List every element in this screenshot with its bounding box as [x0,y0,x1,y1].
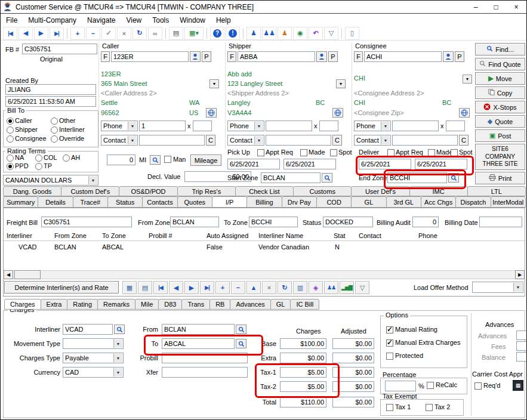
caller-p-button[interactable]: P [202,51,211,62]
find-quote-button[interactable]: Find Quote [475,58,525,70]
tab-gl[interactable]: GL [351,196,386,208]
first-record-icon[interactable]: |◀ [3,27,17,40]
tab-trans[interactable]: Trans [181,299,210,310]
deliver-date2-input[interactable]: 6/25/2021 [415,159,467,169]
tab-ic-bill[interactable]: IC Bill [290,299,319,310]
tax2-adjusted-input[interactable]: $0.00 [332,381,374,392]
remove-record-icon[interactable]: − [86,27,100,40]
tab-gl-lower[interactable]: GL [270,299,291,310]
apply-edits-icon[interactable]: ✓ [101,27,116,40]
tab-ltl[interactable]: LTL [467,186,526,196]
grid-cell-interliner[interactable]: VCAD [19,243,37,251]
tab-ip[interactable]: I/P [212,196,247,208]
menu-window[interactable]: Window [174,16,211,24]
billing-audit-input[interactable]: 0 [412,217,439,227]
caller-person-icon[interactable] [190,51,201,62]
menu-tools[interactable]: Tools [147,16,174,24]
charges-to-input[interactable]: ABCAL [162,338,235,349]
menu-help[interactable]: Help [211,16,236,24]
menu-multi-company[interactable]: Multi-Company [23,16,82,24]
tab-osd-pod[interactable]: OS&D/POD [119,186,177,196]
grid-move-up-icon[interactable]: ▲ [246,281,261,294]
tab-quotes[interactable]: Quotes [177,196,212,208]
menu-view[interactable]: View [121,16,147,24]
load-offer-method-select[interactable]: ▼ [472,282,523,293]
tab-cod[interactable]: COD [316,196,352,208]
start-zone-input[interactable]: BCLAN [261,172,320,183]
scroll-thumb[interactable] [14,270,41,279]
shipper-phone-input[interactable] [266,121,312,131]
tab-drv-pay[interactable]: Drv Pay [282,196,317,208]
grid-chart-icon[interactable]: ▂▅▇ [340,281,354,294]
last-record-icon[interactable]: ▶| [50,27,64,40]
base-charge-input[interactable]: $100.00 [280,338,326,349]
tax-exempt-2-checkbox[interactable] [426,404,433,411]
pickup-spot-checkbox[interactable] [330,149,337,156]
refresh-icon[interactable]: ↻ [132,27,147,40]
cancel-edits-icon[interactable]: × [117,27,131,40]
extra-adjusted-input[interactable]: $0.00 [332,353,374,363]
grid-cell-to-zone[interactable]: ABCAL [102,243,124,251]
undo-arrow-icon[interactable]: ↶ [309,27,323,40]
bill-to-override-radio[interactable] [51,135,58,143]
tab-intermodal[interactable]: InterModal [491,196,526,208]
shipper-phone-type-select[interactable]: Phone▼ [227,121,264,131]
grid-hscrollbar[interactable] [3,270,525,279]
caller-phone-type-select[interactable]: Phone▼ [101,121,138,131]
rating-tp-radio[interactable] [35,163,42,170]
consignee-person-icon[interactable] [443,51,454,62]
created-by-timestamp-input[interactable]: 6/25/2021 11:53:50 AM [5,96,96,107]
man-checkbox[interactable] [164,156,171,163]
tab-rb[interactable]: RB [209,299,230,310]
add-record-icon[interactable]: + [70,27,85,40]
tab-status[interactable]: Status [107,196,143,208]
display-options-icon[interactable]: ▦▾ [184,27,204,40]
caller-c-button[interactable]: C [206,135,215,146]
rating-ppd-radio[interactable] [7,163,14,170]
deliver-spot-checkbox[interactable] [451,149,458,156]
end-zone-lookup-icon[interactable] [448,173,459,183]
tab-check-list[interactable]: Check List [235,186,294,196]
total-adjusted-input[interactable]: $0.00 [332,397,374,407]
help-icon[interactable]: ? [210,27,224,40]
grid-refresh-icon[interactable]: ↻ [278,281,292,294]
web-globe-icon[interactable]: ◉ [293,27,307,40]
extra-charge-input[interactable]: $0.00 [280,353,326,363]
charges-from-input[interactable]: BCLAN [162,324,235,335]
add-contact-icon[interactable]: ♟ [246,27,261,40]
tab-dispatch[interactable]: Dispatch [455,196,491,208]
ip-from-zone-input[interactable]: BCLAN [170,217,219,227]
fb-number-input[interactable]: C305751 [22,44,97,54]
end-zone-input[interactable]: BCCHI [387,172,447,183]
info-icon[interactable]: ! [226,27,240,40]
tax-exempt-1-checkbox[interactable] [386,404,393,411]
start-zone-lookup-icon[interactable] [322,173,332,183]
billing-date-input[interactable] [479,217,522,227]
minimize-button[interactable]: – [466,1,486,13]
consignee-contact-type-select[interactable]: Contact▼ [354,135,391,146]
reqd-checkbox[interactable] [474,382,482,390]
rating-ah-radio[interactable] [63,155,70,162]
caller-address-dropdown[interactable]: ▾ [209,79,219,88]
protected-checkbox[interactable] [386,353,393,360]
caller-globe-icon[interactable] [206,108,217,118]
freight-bill-input[interactable]: C305751 [41,217,132,227]
total-charge-input[interactable]: $110.00 [280,397,326,407]
manual-rating-checkbox[interactable] [386,326,393,333]
site-button[interactable]: SITE6 COMPANY THREE SITE [475,144,525,170]
consignee-address-dropdown[interactable]: ▾ [463,75,472,84]
shipper-person-icon[interactable] [316,51,327,62]
shipper-address-dropdown[interactable]: ▾ [336,79,346,88]
deliver-made-checkbox[interactable] [428,149,435,156]
tab-details[interactable]: Details [38,196,73,208]
tab-d83[interactable]: D83 [158,299,182,310]
tax1-adjusted-input[interactable]: $0.00 [332,367,374,378]
deliver-appt-req-checkbox[interactable] [387,149,395,156]
grid-last-icon[interactable]: ▶| [200,281,214,294]
menu-navigate[interactable]: Navigate [82,16,121,24]
tab-rating[interactable]: Rating [67,299,98,310]
form-view-icon[interactable]: ▤ [138,281,152,294]
quote-button[interactable]: ◆Quote [475,115,525,128]
grid-cell-from-zone[interactable]: BCLAN [54,243,76,251]
distance-input[interactable]: 0 [107,155,135,165]
